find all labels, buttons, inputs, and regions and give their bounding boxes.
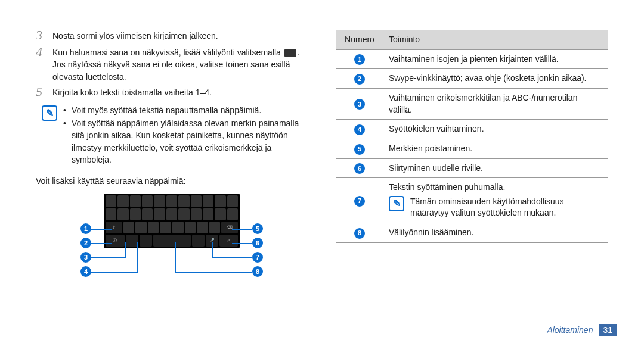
point-key-icon [192,235,205,247]
row-badge: 6 [354,163,365,174]
step-number: 4 [36,45,52,58]
step-number: 3 [36,29,52,42]
row-badge: 1 [354,54,365,65]
row-text: Vaihtaminen erikoismerkkitilan ja ABC-/n… [383,89,608,120]
row-text: Syöttökielen vaihtaminen. [383,120,608,139]
language-key-icon [140,235,152,247]
table-row: 3 Vaihtaminen erikoismerkkitilan ja ABC-… [336,89,608,120]
step-text: Nosta sormi ylös viimeisen kirjaimen jäl… [52,30,308,42]
left-column: 3 Nosta sormi ylös viimeisen kirjaimen j… [36,30,308,248]
shift-key-icon: ⇧ [106,222,122,233]
step-text: Kirjoita koko teksti toistamalla vaiheit… [52,86,308,98]
callout-badge-5: 5 [252,223,263,234]
page-footer: Aloittaminen 31 [547,324,617,336]
bullet-item: • Voit syöttää näppäimen ylälaidassa ole… [63,117,308,166]
note-icon: ✎ [389,196,404,211]
function-table: Numero Toiminto 1 Vaihtaminen isojen ja … [336,30,608,243]
header-toiminto: Toiminto [383,30,608,50]
bullet-dot-icon: • [63,104,72,116]
table-row: 5 Merkkien poistaminen. [336,139,608,158]
row-note: ✎ Tämän ominaisuuden käyttömahdollisuus … [389,196,602,219]
row-badge: 5 [354,144,365,155]
row-badge: 7 [354,196,365,207]
note-glyph-icon: ✎ [393,199,401,208]
step-text: Kun haluamasi sana on näkyvissä, lisää v… [52,46,308,83]
table-row: 4 Syöttökielen vaihtaminen. [336,120,608,139]
table-row: 2 Swype-vinkkinäyttö; avaa ohje (kosketa… [336,69,608,89]
header-numero: Numero [336,30,383,50]
callout-badge-4: 4 [80,266,91,277]
row-text: Merkkien poistaminen. [383,139,608,158]
note-glyph-icon: ✎ [46,108,54,118]
table-row: 7 Tekstin syöttäminen puhumalla. ✎ Tämän… [336,178,608,223]
row-text-with-note: Tekstin syöttäminen puhumalla. ✎ Tämän o… [383,178,608,223]
row-badge: 4 [354,124,365,135]
table-row: 6 Siirtyminen uudelle riville. [336,158,608,178]
footer-page-number: 31 [599,324,617,336]
row-note-text: Tämän ominaisuuden käyttömahdollisuus mä… [410,196,602,219]
note-icon: ✎ [42,105,57,121]
step-3: 3 Nosta sormi ylös viimeisen kirjaimen j… [36,30,308,43]
step4-before: Kun haluamasi sana on näkyvissä, lisää v… [52,48,283,57]
spacebar-key-icon [153,235,191,247]
row-badge: 2 [354,74,365,85]
step-4: 4 Kun haluamasi sana on näkyvissä, lisää… [36,46,308,83]
info-note: ✎ • Voit myös syöttää tekstiä napauttama… [42,104,308,167]
table-row: 1 Vaihtaminen isojen ja pienten kirjaint… [336,49,608,69]
bullet-text: Voit myös syöttää tekstiä napauttamalla … [72,104,308,116]
bullet-item: • Voit myös syöttää tekstiä napauttamall… [63,104,308,116]
keyboard-body: ⇧ ⌫ ⓘ 🎤 ↲ [104,194,240,248]
row-text: Swype-vinkkinäyttö; avaa ohje (kosketa j… [383,69,608,89]
table-header-row: Numero Toiminto [336,30,608,50]
table-row: 8 Välilyönnin lisääminen. [336,223,608,243]
row-text: Siirtyminen uudelle riville. [383,158,608,178]
callout-badge-1: 1 [80,223,91,234]
step-number: 5 [36,85,52,98]
spacebar-key-icon [284,49,296,57]
callout-badge-6: 6 [252,238,263,248]
note-bullet-list: • Voit myös syöttää tekstiä napauttamall… [63,104,308,167]
callout-badge-2: 2 [80,238,91,248]
row-text: Välilyönnin lisääminen. [383,223,608,243]
footer-section-label: Aloittaminen [547,325,593,335]
row-text: Vaihtaminen isojen ja pienten kirjainten… [383,49,608,69]
extra-paragraph: Voit lisäksi käyttää seuraavia näppäimiä… [36,175,308,187]
bullet-dot-icon: • [63,117,72,129]
right-column: Numero Toiminto 1 Vaihtaminen isojen ja … [336,30,608,248]
callout-badge-7: 7 [252,252,263,263]
keyboard-diagram: ⇧ ⌫ ⓘ 🎤 ↲ 1 2 3 [79,194,264,248]
swype-tip-key-icon: ⓘ [106,235,125,247]
row-badge: 8 [354,228,365,239]
backspace-key-icon: ⌫ [221,222,238,233]
callout-badge-3: 3 [80,252,91,263]
bullet-text: Voit syöttää näppäimen ylälaidassa oleva… [72,117,308,166]
enter-key-icon: ↲ [219,235,239,247]
row-text: Tekstin syöttäminen puhumalla. [389,182,602,194]
step-5: 5 Kirjoita koko teksti toistamalla vaihe… [36,86,308,99]
row-badge: 3 [354,99,365,110]
callout-badge-8: 8 [252,266,263,277]
